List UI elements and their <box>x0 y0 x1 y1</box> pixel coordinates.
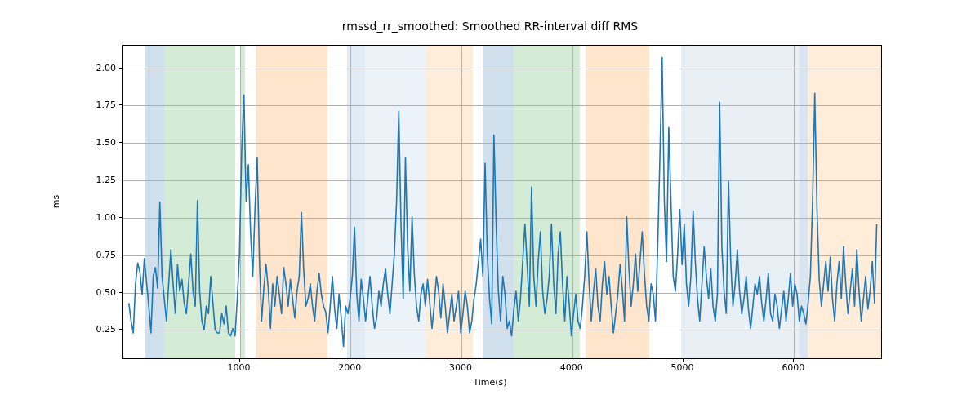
y-tick-label: 2.00 <box>67 62 116 73</box>
y-tick-label: 1.50 <box>67 137 116 148</box>
x-axis-label: Time(s) <box>0 377 980 388</box>
series-path <box>129 58 877 347</box>
y-tick-label: 1.75 <box>67 100 116 110</box>
x-tick-label: 4000 <box>560 362 583 373</box>
y-tick-label: 0.75 <box>67 249 116 259</box>
x-tick-label: 6000 <box>782 362 804 373</box>
y-tick-label: 1.25 <box>67 175 116 185</box>
x-tick-label: 3000 <box>449 362 472 373</box>
figure: rmssd_rr_smoothed: Smoothed RR-interval … <box>0 0 980 408</box>
y-tick-label: 1.00 <box>67 211 116 222</box>
chart-title: rmssd_rr_smoothed: Smoothed RR-interval … <box>0 20 980 33</box>
x-tick-label: 5000 <box>671 362 694 373</box>
plot-area <box>122 45 882 359</box>
y-tick-label: 0.50 <box>67 286 116 297</box>
x-tick-label: 2000 <box>338 362 361 373</box>
x-tick-label: 1000 <box>228 362 251 373</box>
y-tick-label: 0.25 <box>67 324 116 335</box>
line-series <box>123 46 881 358</box>
y-axis-label: ms <box>51 195 61 208</box>
